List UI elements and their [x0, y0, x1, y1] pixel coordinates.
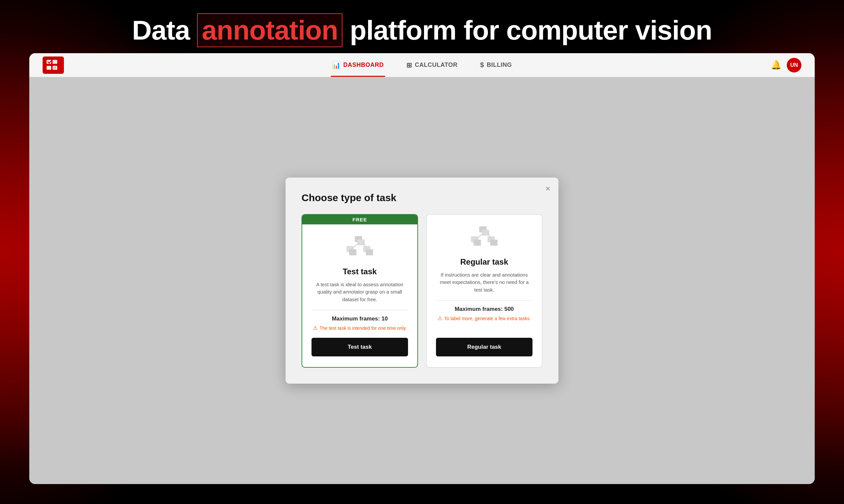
test-task-warning: ⚠ The test task is intended for one time…	[313, 325, 407, 331]
modal-title: Choose type of task	[302, 192, 542, 203]
modal: × Choose type of task FREE	[286, 178, 558, 384]
test-task-description: A test task is ideal to assess annotatio…	[311, 281, 408, 304]
svg-rect-15	[366, 249, 373, 255]
regular-task-warning-text: To label more, generate a few extra task…	[444, 316, 531, 321]
regular-task-frames: Maximum frames: 500	[454, 306, 514, 312]
regular-task-icon-svg	[469, 225, 499, 250]
nav-item-billing[interactable]: $ BILLING	[479, 53, 513, 77]
nav-links: 📊 DASHBOARD ⊞ CALCULATOR $ BILLING	[331, 53, 513, 77]
regular-task-warning-icon: ⚠	[438, 315, 442, 322]
regular-task-title: Regular task	[460, 257, 508, 267]
navbar: 📊 DASHBOARD ⊞ CALCULATOR $ BILLING 🔔 UN	[29, 53, 815, 77]
headline-prefix: Data	[132, 15, 197, 45]
modal-close-button[interactable]: ×	[546, 184, 550, 193]
test-task-warning-icon: ⚠	[313, 325, 317, 331]
test-task-card: FREE	[302, 214, 418, 368]
test-task-body: Test task A test task is ideal to assess…	[302, 224, 417, 367]
test-task-icon	[345, 234, 375, 260]
svg-rect-13	[349, 249, 357, 255]
regular-task-icon	[469, 224, 499, 251]
browser-window: 📊 DASHBOARD ⊞ CALCULATOR $ BILLING 🔔 UN …	[29, 53, 815, 484]
headline: Data annotation platform for computer vi…	[0, 13, 844, 47]
test-task-button[interactable]: Test task	[311, 338, 408, 356]
headline-highlight: annotation	[197, 13, 342, 47]
regular-task-description: If instructions are clear and annotation…	[436, 271, 533, 294]
regular-task-card: Regular task If instructions are clear a…	[426, 214, 542, 368]
nav-right: 🔔 UN	[771, 58, 802, 72]
headline-suffix: platform for computer vision	[342, 15, 712, 45]
regular-task-divider	[436, 300, 533, 301]
test-task-icon-svg	[345, 234, 375, 259]
nav-item-calculator[interactable]: ⊞ CALCULATOR	[405, 53, 459, 77]
logo-icon	[42, 56, 64, 74]
regular-task-body: Regular task If instructions are clear a…	[427, 215, 542, 367]
bell-icon[interactable]: 🔔	[771, 60, 781, 70]
content-area: × Choose type of task FREE	[29, 77, 815, 484]
test-task-title: Test task	[343, 267, 377, 276]
test-task-badge: FREE	[302, 215, 417, 224]
nav-label-dashboard: DASHBOARD	[343, 61, 384, 69]
test-task-warning-text: The test task is intended for one time o…	[320, 325, 407, 331]
logo-svg	[46, 59, 61, 71]
user-avatar[interactable]: UN	[787, 58, 802, 72]
dashboard-icon: 📊	[332, 61, 341, 69]
billing-icon: $	[480, 61, 484, 69]
svg-line-24	[476, 232, 484, 239]
nav-label-billing: BILLING	[486, 61, 512, 69]
svg-line-16	[351, 242, 360, 249]
test-task-frames: Maximum frames: 10	[332, 316, 388, 322]
svg-rect-2	[54, 61, 56, 63]
cards-row: FREE	[302, 214, 542, 368]
regular-task-button[interactable]: Regular task	[436, 338, 533, 356]
svg-rect-21	[473, 240, 481, 246]
calculator-icon: ⊞	[406, 61, 412, 69]
user-initials: UN	[790, 62, 798, 68]
nav-label-calculator: CALCULATOR	[415, 61, 458, 69]
nav-item-dashboard[interactable]: 📊 DASHBOARD	[331, 53, 385, 77]
regular-task-warning: ⚠ To label more, generate a few extra ta…	[438, 315, 531, 322]
test-task-divider	[311, 310, 408, 310]
logo[interactable]	[42, 56, 64, 74]
svg-rect-23	[490, 240, 498, 246]
